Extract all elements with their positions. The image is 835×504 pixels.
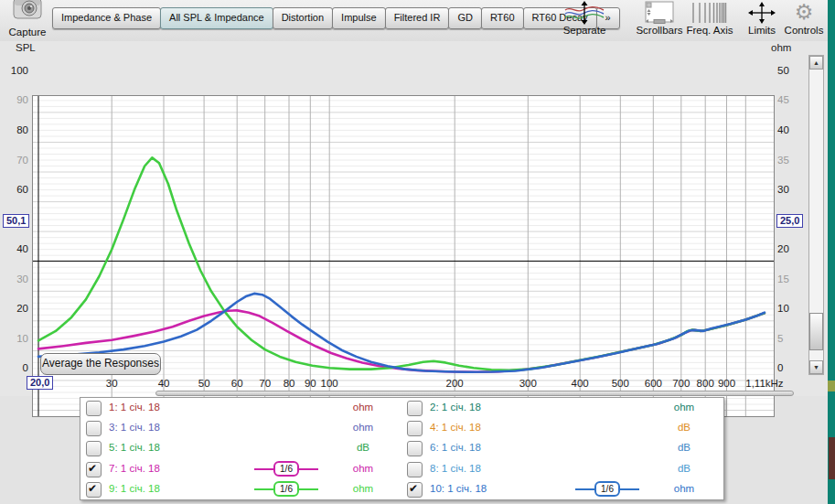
legend-row-5: 5: 1 січ. 18dB [80,438,401,458]
legend-unit: dB [664,463,704,474]
freq-tick-label: 400 [572,378,589,389]
average-responses-button[interactable]: Average the Responses [40,353,161,375]
smoothing-badge[interactable]: 1/6 [254,461,318,477]
ohm-tick-label: 15 [777,273,807,284]
freq-tick-label: 600 [645,378,662,389]
freq-tick-label: 1,11kHz [745,378,783,389]
freq-tick-label: 70 [259,378,271,389]
badge-line [254,488,273,490]
legend-label[interactable]: 2: 1 січ. 18 [430,402,481,413]
tool-separate-button[interactable]: Separate [552,0,616,41]
capture-label: Capture [5,27,50,38]
smoothing-value: 1/6 [273,461,299,477]
smoothing-value: 1/6 [594,481,620,497]
legend-unit: dB [664,422,704,433]
tab-impulse[interactable]: Impulse [332,7,386,29]
tab-impedance-phase[interactable]: Impedance & Phase [52,7,161,29]
legend-row-1: 1: 1 січ. 18ohm [80,398,401,418]
freq-tick-label: 30 [106,378,118,389]
badge-line [620,488,639,490]
legend-unit: ohm [343,402,383,413]
freq-tick-label: 90 [305,378,316,389]
spl-tick-label: 20 [0,303,28,314]
legend-checkbox-4[interactable] [407,421,423,436]
freq-tick-label: 40 [158,378,170,389]
legend-checkbox-2[interactable] [407,401,423,416]
badge-line [299,468,318,470]
smoothing-badge[interactable]: 1/6 [575,481,639,498]
ohm-axis-title: ohm [771,42,791,53]
vertical-scrollbar[interactable]: ▲ ▼ [808,55,824,375]
legend-label[interactable]: 5: 1 січ. 18 [109,442,160,453]
spl-tick-label: 30 [0,273,28,284]
scroll-up-arrow-icon[interactable]: ▲ [809,56,823,70]
tab-all-spl-impedance[interactable]: All SPL & Impedance [160,7,273,29]
spl-tick-label: 90 [0,94,28,105]
legend-checkbox-8[interactable] [407,462,423,477]
freq-tick-label: 80 [284,378,295,389]
ohm-tick-label: 40 [777,124,807,135]
freq-tick-label: 50 [198,378,210,389]
legend-checkbox-3[interactable] [86,421,102,436]
cursor-spl-value: 50,1 [3,214,29,228]
spl-tick-label: 10 [0,333,28,344]
legend-label[interactable]: 7: 1 січ. 18 [109,463,160,474]
legend-unit: ohm [664,402,704,413]
tab-strip: Impedance & PhaseAll SPL & ImpedanceDist… [52,7,619,29]
legend-unit: ohm [664,483,704,494]
legend-checkbox-1[interactable] [86,401,102,416]
tab-filtered-ir[interactable]: Filtered IR [385,7,450,29]
spl-tick-label: 0 [0,362,28,373]
spl-tick-label: 40 [0,243,28,254]
legend-label[interactable]: 3: 1 січ. 18 [109,422,160,433]
graph-panel: SPL ohm 10090807060403020100504540353020… [0,41,828,396]
legend-row-9: 9: 1 січ. 181/6ohm [80,479,401,499]
spl-tick-label: 80 [0,124,28,135]
scroll-down-arrow-icon[interactable]: ▼ [809,360,823,374]
freq-tick-label: 900 [718,378,735,389]
legend-row-3: 3: 1 січ. 18ohm [80,418,401,438]
freq-tick-label: 300 [519,378,537,389]
tab-gd[interactable]: GD [448,7,482,29]
legend-label[interactable]: 9: 1 січ. 18 [109,483,160,494]
ohm-tick-label: 30 [777,184,807,195]
tool-freq-axis-button[interactable]: Freq. Axis [680,0,739,41]
ohm-tick-label: 5 [777,333,807,344]
legend-checkbox-7[interactable] [86,462,102,477]
legend-checkbox-6[interactable] [407,441,423,456]
legend-label[interactable]: 8: 1 січ. 18 [430,463,481,474]
badge-line [575,488,594,490]
smoothing-value: 1/6 [273,481,299,497]
legend-row-2: 2: 1 січ. 18ohm [401,398,723,418]
tool-controls-button[interactable]: ⚙Controls [779,0,829,41]
ohm-tick-label: 45 [777,94,807,105]
legend-unit: ohm [343,463,383,474]
legend-label[interactable]: 4: 1 січ. 18 [430,422,481,433]
capture-button[interactable]: Capture [5,0,50,38]
ohm-tick-label: 35 [777,155,807,166]
ohm-tick-label: 20 [777,243,807,254]
vertical-scrollbar-thumb[interactable] [809,313,823,350]
legend-label[interactable]: 1: 1 січ. 18 [109,402,160,413]
separate-icon [552,0,616,25]
toolbar: Capture Impedance & PhaseAll SPL & Imped… [0,0,828,41]
tab-rt60[interactable]: RT60 [481,7,524,29]
spl-tick-label: 100 [0,65,28,76]
badge-line [299,488,318,490]
freq-axis-icon [680,0,739,25]
legend-label[interactable]: 6: 1 січ. 18 [430,442,481,453]
legend-label[interactable]: 10: 1 січ. 18 [430,483,487,494]
smoothing-badge[interactable]: 1/6 [254,481,318,498]
tool-label: Separate [552,25,616,36]
freq-tick-label: 200 [446,378,464,389]
freq-tick-label: 500 [612,378,629,389]
spl-axis-title: SPL [16,42,36,53]
legend-panel: 1: 1 січ. 18ohm3: 1 січ. 18ohm5: 1 січ. … [80,397,724,500]
legend-checkbox-5[interactable] [86,441,102,456]
legend-checkbox-9[interactable] [86,482,102,498]
legend-checkbox-10[interactable] [407,482,423,498]
cursor-ohm-value: 25,0 [776,214,803,228]
rew-window: Capture Impedance & PhaseAll SPL & Imped… [0,0,835,504]
tab-distortion[interactable]: Distortion [273,7,333,29]
horizontal-scrollbar-thumb[interactable] [155,391,794,396]
